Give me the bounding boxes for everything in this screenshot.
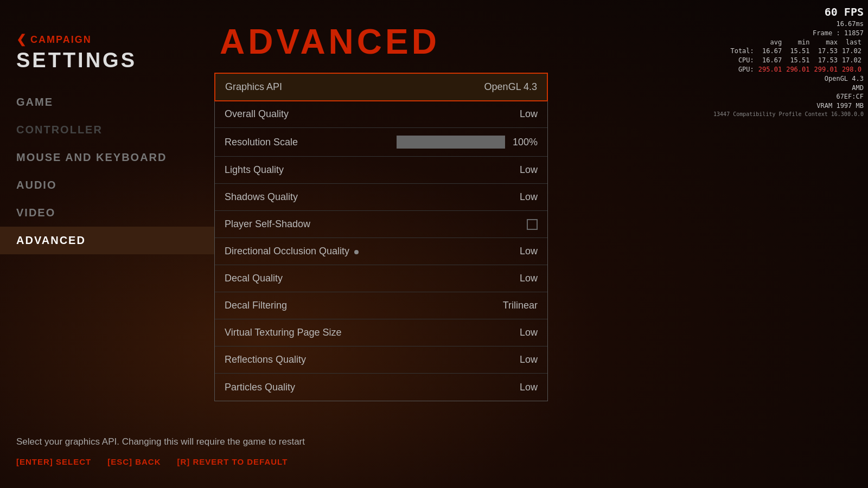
bottom-bar: Select your graphics API. Changing this … xyxy=(0,436,868,466)
setting-graphics-api[interactable]: Graphics API OpenGL 4.3 xyxy=(215,73,547,101)
gpu-avg: 295.01 xyxy=(756,65,784,74)
resolution-scale-control[interactable]: 100% xyxy=(397,136,538,149)
key-r-revert[interactable]: [R] REVERT TO DEFAULT xyxy=(177,457,288,466)
directional-occlusion-label: Directional Occlusion Quality xyxy=(225,246,361,257)
back-arrow-icon: ❮ xyxy=(16,33,26,47)
setting-player-self-shadow[interactable]: Player Self-Shadow xyxy=(215,211,547,238)
virtual-texturing-label: Virtual Texturing Page Size xyxy=(225,327,341,338)
cpu-last: 17.02 xyxy=(840,56,864,65)
key-esc-back[interactable]: [ESC] BACK xyxy=(107,457,161,466)
total-avg: 16.67 xyxy=(756,47,784,56)
api-label: OpenGL 4.3 xyxy=(713,74,864,84)
decal-filtering-label: Decal Filtering xyxy=(225,300,287,311)
sidebar-nav: GAME CONTROLLER MOUSE AND KEYBOARD AUDIO… xyxy=(0,88,214,254)
setting-decal-quality[interactable]: Decal Quality Low xyxy=(215,265,547,292)
campaign-label: CAMPAIGN xyxy=(30,34,92,46)
campaign-back[interactable]: ❮ CAMPAIGN xyxy=(0,33,214,47)
setting-decal-filtering[interactable]: Decal Filtering Trilinear xyxy=(215,292,547,319)
sidebar-item-advanced[interactable]: ADVANCED xyxy=(0,227,214,254)
setting-reflections-quality[interactable]: Reflections Quality Low xyxy=(215,346,547,374)
sidebar-item-controller[interactable]: CONTROLLER xyxy=(0,116,214,144)
perf-header-min: min xyxy=(784,38,812,47)
directional-occlusion-value: Low xyxy=(520,246,538,257)
total-min: 15.51 xyxy=(784,47,812,56)
frame-counter: Frame : 11857 xyxy=(713,29,864,38)
settings-list: Graphics API OpenGL 4.3 Overall Quality … xyxy=(214,73,548,401)
lights-quality-value: Low xyxy=(520,164,538,176)
total-last: 17.02 xyxy=(840,47,864,56)
setting-overall-quality[interactable]: Overall Quality Low xyxy=(215,101,547,128)
sidebar-item-video[interactable]: VIDEO xyxy=(0,199,214,227)
sidebar-item-game[interactable]: GAME xyxy=(0,88,214,116)
render-label: 67EF:CF xyxy=(713,92,864,101)
key-hints: [ENTER] SELECT [ESC] BACK [R] REVERT TO … xyxy=(16,457,852,466)
resolution-scale-label: Resolution Scale xyxy=(225,137,298,148)
setting-virtual-texturing[interactable]: Virtual Texturing Page Size Low xyxy=(215,319,547,346)
fps-counter: 60 FPS xyxy=(713,4,864,20)
gpu-max: 299.01 xyxy=(812,65,840,74)
particles-quality-value: Low xyxy=(520,382,538,393)
virtual-texturing-value: Low xyxy=(520,327,538,338)
settings-label: SETTINGS xyxy=(0,49,214,72)
player-self-shadow-checkbox[interactable] xyxy=(527,219,538,230)
hint-text: Select your graphics API. Changing this … xyxy=(16,436,852,447)
cpu-label: CPU: xyxy=(728,56,756,65)
vram-label: VRAM 1997 MB xyxy=(713,101,864,111)
directional-occlusion-text: Directional Occlusion Quality xyxy=(225,246,349,256)
vendor-label: AMD xyxy=(713,84,864,93)
graphics-api-value: OpenGL 4.3 xyxy=(484,81,537,93)
graphics-api-label: Graphics API xyxy=(225,81,282,93)
cpu-avg: 16.67 xyxy=(756,56,784,65)
gpu-min: 296.01 xyxy=(784,65,812,74)
reflections-quality-value: Low xyxy=(520,354,538,365)
perf-table: avg min max last Total: 16.67 15.51 17.5… xyxy=(728,38,864,74)
perf-header-avg: avg xyxy=(756,38,784,47)
directional-occlusion-dot xyxy=(354,250,359,254)
resolution-scale-fill xyxy=(397,136,505,149)
total-label: Total: xyxy=(728,47,756,56)
ms-counter: 16.67ms xyxy=(713,20,864,29)
context-label: 13447 Compatibility Profile Context 16.3… xyxy=(713,111,864,118)
gpu-last: 298.0 xyxy=(840,65,864,74)
overall-quality-value: Low xyxy=(520,108,538,120)
shadows-quality-value: Low xyxy=(520,191,538,203)
gpu-label: GPU: xyxy=(728,65,756,74)
total-max: 17.53 xyxy=(812,47,840,56)
overall-quality-label: Overall Quality xyxy=(225,108,289,120)
shadows-quality-label: Shadows Quality xyxy=(225,191,298,203)
perf-header-max: max xyxy=(812,38,840,47)
decal-quality-label: Decal Quality xyxy=(225,273,283,284)
cpu-min: 15.51 xyxy=(784,56,812,65)
reflections-quality-label: Reflections Quality xyxy=(225,354,306,365)
setting-resolution-scale[interactable]: Resolution Scale 100% xyxy=(215,128,547,157)
cpu-max: 17.53 xyxy=(812,56,840,65)
particles-quality-label: Particles Quality xyxy=(225,382,295,393)
player-self-shadow-label: Player Self-Shadow xyxy=(225,219,310,230)
setting-directional-occlusion[interactable]: Directional Occlusion Quality Low xyxy=(215,238,547,265)
perf-header-last: last xyxy=(840,38,864,47)
key-enter-select[interactable]: [ENTER] SELECT xyxy=(16,457,91,466)
perf-stats-panel: 60 FPS 16.67ms Frame : 11857 avg min max… xyxy=(713,4,864,118)
lights-quality-label: Lights Quality xyxy=(225,164,284,176)
sidebar-item-mouse-keyboard[interactable]: MOUSE AND KEYBOARD xyxy=(0,144,214,171)
setting-shadows-quality[interactable]: Shadows Quality Low xyxy=(215,184,547,211)
decal-quality-value: Low xyxy=(520,273,538,284)
setting-lights-quality[interactable]: Lights Quality Low xyxy=(215,157,547,184)
setting-particles-quality[interactable]: Particles Quality Low xyxy=(215,374,547,401)
decal-filtering-value: Trilinear xyxy=(503,300,538,311)
resolution-scale-bar xyxy=(397,136,505,149)
sidebar-item-audio[interactable]: AUDIO xyxy=(0,171,214,199)
sidebar: ❮ CAMPAIGN SETTINGS GAME CONTROLLER MOUS… xyxy=(0,0,214,488)
resolution-scale-value: 100% xyxy=(510,137,538,148)
